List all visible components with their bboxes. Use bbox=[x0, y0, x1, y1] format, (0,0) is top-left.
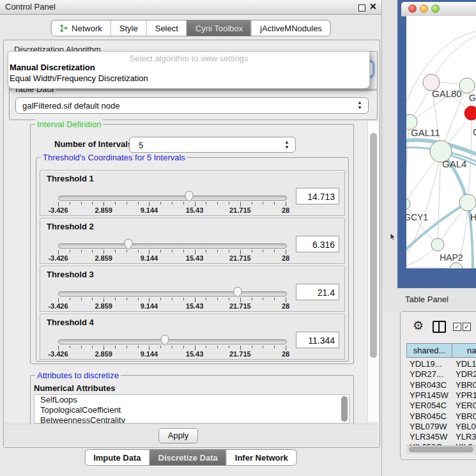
network-canvas[interactable]: GAL80GAGAL11CGAL4GCY1HHAP2 bbox=[406, 16, 476, 268]
vertical-scrollbar-thumb[interactable] bbox=[370, 133, 377, 358]
minor-tick bbox=[172, 298, 173, 300]
slider-thumb[interactable] bbox=[184, 190, 194, 203]
checkbox-icon[interactable]: ✓ bbox=[463, 323, 471, 331]
major-tick bbox=[286, 346, 286, 350]
threshold-panel: Threshold 3 -3.4262.8599.14415.4321.7152… bbox=[40, 266, 345, 312]
interval-definition-label: Interval Definition bbox=[35, 119, 103, 129]
minor-tick bbox=[172, 250, 173, 252]
number-of-intervals-spinner[interactable]: 5 ▲▼ bbox=[129, 137, 296, 153]
node-attribute-table[interactable]: shared... na YDL19...YDL1YDR27...YDR2YBR… bbox=[406, 343, 476, 445]
slider-track[interactable] bbox=[58, 339, 287, 344]
attribute-item-topologicalcoefficient[interactable]: TopologicalCoefficient bbox=[35, 405, 349, 415]
network-window-titlebar[interactable] bbox=[401, 2, 476, 17]
bottom-node[interactable] bbox=[450, 263, 463, 268]
minor-tick bbox=[252, 346, 252, 348]
table-column-header[interactable]: shared... bbox=[406, 343, 452, 358]
network-edge[interactable] bbox=[406, 267, 456, 268]
network-edge[interactable] bbox=[431, 35, 476, 82]
table-row[interactable]: YBR045CYBR0 bbox=[406, 411, 476, 422]
major-tick bbox=[195, 202, 196, 206]
tab-infer-network[interactable]: Infer Network bbox=[226, 450, 296, 465]
checkbox-icon[interactable]: ✓ bbox=[453, 323, 461, 331]
spinner-arrows-icon[interactable]: ▲▼ bbox=[357, 100, 362, 111]
spinner-arrows-icon[interactable]: ▲▼ bbox=[284, 140, 289, 150]
panel-divider[interactable] bbox=[382, 0, 397, 288]
tick-label: 15.43 bbox=[176, 302, 214, 310]
minor-tick bbox=[252, 250, 252, 252]
dropdown-option-manual-discretization[interactable]: Manual Discretization bbox=[10, 63, 367, 72]
threshold-value-field[interactable]: 11.344 bbox=[296, 332, 339, 348]
table-data-selected: galFiltered.sif default node bbox=[22, 101, 119, 111]
tab-label: Discretize Data bbox=[158, 453, 218, 463]
slider-track[interactable] bbox=[58, 196, 287, 201]
traffic-light-zoom-icon[interactable] bbox=[431, 4, 440, 13]
table-row[interactable]: YBR043CYBR0 bbox=[406, 380, 476, 391]
minor-tick bbox=[138, 298, 139, 300]
table-row[interactable]: YLR345WYLR3 bbox=[406, 432, 476, 443]
tab-select[interactable]: Select bbox=[146, 20, 187, 36]
slider-thumb[interactable] bbox=[160, 334, 170, 346]
slider-track[interactable] bbox=[58, 243, 287, 249]
list-scrollbar-thumb[interactable] bbox=[341, 396, 348, 422]
tick-label: 21.715 bbox=[221, 350, 259, 358]
tick-label: 2.859 bbox=[84, 302, 123, 310]
table-row[interactable]: YDR27...YDR2 bbox=[406, 369, 476, 380]
tick-label: 15.43 bbox=[176, 206, 214, 214]
attribute-item-betweennesscentrality[interactable]: BetweennessCentrality bbox=[35, 415, 349, 424]
traffic-light-close-icon[interactable] bbox=[408, 4, 417, 13]
float-window-icon[interactable] bbox=[358, 4, 365, 12]
minor-tick bbox=[217, 202, 218, 204]
tab-style[interactable]: Style bbox=[111, 20, 146, 36]
gear-icon[interactable]: ⚙ bbox=[413, 318, 424, 333]
horizontal-scrollbar-thumb[interactable] bbox=[409, 447, 473, 452]
minor-tick bbox=[160, 202, 161, 204]
slider-track[interactable] bbox=[58, 291, 287, 296]
slider-thumb[interactable] bbox=[123, 238, 134, 250]
table-column-header[interactable]: na bbox=[452, 343, 476, 358]
threshold-value-field[interactable]: 14.713 bbox=[296, 188, 339, 204]
attribute-item-selfloops[interactable]: SelfLoops bbox=[35, 395, 349, 405]
major-tick bbox=[240, 202, 241, 206]
numerical-attributes-list[interactable]: SelfLoopsTopologicalCoefficientBetweenne… bbox=[34, 394, 349, 424]
major-tick bbox=[58, 298, 59, 302]
h-node[interactable] bbox=[459, 194, 476, 211]
tab-jactivemnodules[interactable]: jActiveMNodules bbox=[251, 20, 330, 36]
apply-button[interactable]: Apply bbox=[158, 428, 198, 443]
major-tick bbox=[286, 298, 286, 302]
table-row[interactable]: YDL19...YDL1 bbox=[406, 359, 476, 370]
algorithm-dropdown-popup: Select algorithm to view settings Manual… bbox=[8, 51, 370, 89]
network-edge[interactable] bbox=[406, 204, 438, 245]
hap2-node[interactable] bbox=[431, 238, 444, 251]
table-row[interactable]: YER054CYER0 bbox=[406, 401, 476, 411]
node-label-gal80: GAL80 bbox=[432, 88, 462, 99]
major-tick bbox=[286, 202, 286, 206]
network-edge[interactable] bbox=[406, 31, 476, 112]
table-row[interactable]: YPR145WYPR1 bbox=[406, 390, 476, 401]
network-graph[interactable]: GAL80GAGAL11CGAL4GCY1HHAP2 bbox=[406, 16, 476, 268]
slider-thumb[interactable] bbox=[233, 286, 243, 298]
network-view-window: GAL80GAGAL11CGAL4GCY1HHAP2 bbox=[397, 0, 476, 288]
minor-tick bbox=[172, 346, 173, 348]
minor-tick bbox=[92, 298, 93, 300]
traffic-light-minimize-icon[interactable] bbox=[420, 4, 428, 13]
threshold-value-field[interactable]: 21.4 bbox=[296, 284, 339, 300]
major-tick bbox=[58, 346, 59, 350]
network-edge[interactable] bbox=[406, 122, 410, 204]
threshold-value-field[interactable]: 6.316 bbox=[296, 236, 339, 252]
table-data-combobox[interactable]: galFiltered.sif default node ▲▼ bbox=[15, 97, 369, 114]
tab-cyni-toolbox[interactable]: Cyni Toolbox bbox=[187, 20, 251, 36]
red-node[interactable] bbox=[464, 106, 476, 120]
tick-label: 2.859 bbox=[84, 350, 123, 358]
major-tick bbox=[104, 202, 104, 206]
threshold-label: Threshold 4 bbox=[47, 318, 94, 327]
tab-network[interactable]: Network bbox=[51, 20, 111, 36]
table-row[interactable]: YBL079WYBL0 bbox=[406, 422, 476, 433]
close-icon[interactable]: ✕ bbox=[369, 1, 377, 12]
minor-tick bbox=[183, 346, 184, 348]
gcy1-node[interactable] bbox=[406, 198, 410, 210]
split-view-icon[interactable] bbox=[433, 321, 446, 333]
tab-discretize-data[interactable]: Discretize Data bbox=[150, 450, 226, 465]
tab-impute-data[interactable]: Impute Data bbox=[85, 450, 149, 465]
dropdown-option-equal-width-frequency-discretization[interactable]: Equal Width/Frequency Discretization bbox=[10, 73, 367, 83]
minor-tick bbox=[92, 346, 93, 348]
